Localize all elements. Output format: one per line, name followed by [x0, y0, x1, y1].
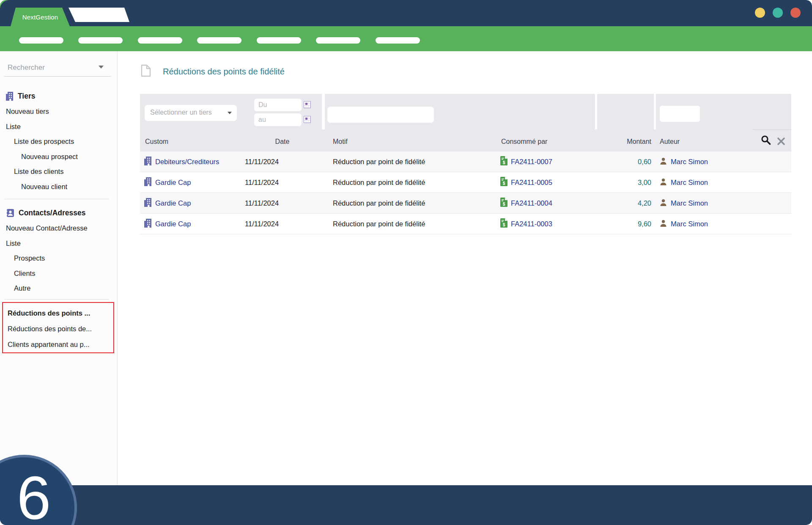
sidebar-item[interactable]: Autre: [0, 281, 118, 296]
row-motif: Réduction par point de fidélité: [333, 220, 425, 228]
sidebar-item[interactable]: Clients appartenant au p...: [3, 337, 113, 352]
brand-tab[interactable]: NextGestion: [11, 8, 70, 26]
author-name[interactable]: Marc Simon: [671, 158, 708, 166]
title-bar: NextGestion: [0, 0, 812, 26]
author-name[interactable]: Marc Simon: [671, 199, 708, 207]
table-row: Gardie Cap11/11/2024Réduction par point …: [140, 214, 791, 234]
building-icon: [6, 92, 13, 101]
calendar-icon[interactable]: [304, 101, 311, 108]
sidebar-heading-tiers[interactable]: Tiers: [0, 88, 118, 104]
tiers-select[interactable]: Sélectionner un tiers: [145, 105, 237, 121]
table-header: Custom Date Motif Consommé par Montant A…: [140, 129, 791, 151]
row-motif: Réduction par point de fidélité: [333, 158, 425, 166]
clear-filter-icon[interactable]: [777, 137, 785, 146]
invoice-icon: $: [500, 198, 508, 209]
calendar-icon[interactable]: [304, 116, 311, 123]
user-icon: [660, 199, 667, 208]
tiers-link[interactable]: Gardie Cap: [155, 199, 191, 207]
sidebar-item[interactable]: Nouveau prospect: [0, 149, 118, 165]
sidebar-item[interactable]: Clients: [0, 266, 118, 281]
user-icon: [660, 178, 667, 187]
filter-separator: [595, 94, 597, 129]
tiers-link[interactable]: Gardie Cap: [155, 220, 191, 228]
filter-separator: [322, 94, 325, 129]
brand-label: NextGestion: [22, 14, 58, 21]
main-content: Réductions des points de fidélité Sélect…: [118, 51, 812, 485]
footer-bar: [0, 485, 812, 525]
nav-pill[interactable]: [138, 37, 182, 44]
sidebar-item[interactable]: Réductions des points ...: [3, 305, 113, 321]
sidebar-item[interactable]: Nouveau client: [0, 179, 118, 195]
sidebar-section: Contacts/AdressesNouveau Contact/Adresse…: [0, 205, 118, 296]
author-name[interactable]: Marc Simon: [671, 220, 708, 228]
column-header-custom[interactable]: Custom: [140, 129, 241, 151]
window-dot-red[interactable]: [790, 8, 801, 18]
table-row: Gardie Cap11/11/2024Réduction par point …: [140, 172, 791, 193]
filter-separator: [654, 94, 656, 129]
nav-pill[interactable]: [19, 37, 63, 44]
page-title: Réductions des points de fidélité: [163, 67, 285, 77]
invoice-link[interactable]: FA2411-0005: [511, 179, 552, 187]
app-window: NextGestion Rechercher TiersNouveau tier…: [0, 0, 812, 525]
window-dot-yellow[interactable]: [755, 8, 765, 18]
date-from-field[interactable]: [254, 99, 302, 111]
auteur-filter-field[interactable]: [660, 106, 700, 122]
sidebar-heading-contacts-adresses[interactable]: Contacts/Adresses: [0, 205, 118, 221]
date-to-field[interactable]: [254, 113, 302, 126]
nav-pill[interactable]: [197, 37, 241, 44]
window-dot-teal[interactable]: [773, 8, 783, 18]
sidebar-item[interactable]: Liste: [0, 119, 118, 135]
contact-card-icon: [6, 209, 14, 217]
nav-pill[interactable]: [376, 37, 420, 44]
column-header-date[interactable]: Date: [241, 129, 324, 151]
svg-text:$: $: [503, 160, 505, 165]
column-header-motif[interactable]: Motif: [324, 129, 497, 151]
invoice-link[interactable]: FA2411-0003: [511, 220, 552, 228]
author-name[interactable]: Marc Simon: [671, 179, 708, 187]
chevron-down-icon: [99, 66, 104, 69]
motif-filter-field[interactable]: [327, 107, 434, 123]
sidebar-divider: [4, 199, 109, 199]
search-icon[interactable]: [760, 135, 771, 146]
tiers-select-placeholder: Sélectionner un tiers: [150, 109, 212, 116]
nav-pill[interactable]: [257, 37, 301, 44]
tiers-link[interactable]: Gardie Cap: [155, 179, 191, 187]
nav-pill[interactable]: [78, 37, 123, 44]
sidebar-item[interactable]: Réductions des points de...: [3, 321, 113, 337]
step-number: 6: [17, 467, 51, 525]
table-row: Debiteurs/Crediteurs11/11/2024Réduction …: [140, 151, 791, 172]
row-amount: 0,60: [638, 158, 651, 166]
sidebar-heading-label: Contacts/Adresses: [19, 209, 86, 217]
sidebar-item[interactable]: Prospects: [0, 251, 118, 266]
row-motif: Réduction par point de fidélité: [333, 179, 425, 187]
search-input[interactable]: Rechercher: [4, 60, 111, 77]
building-icon: [144, 198, 151, 209]
row-date: 11/11/2024: [245, 179, 279, 187]
svg-text:$: $: [503, 202, 505, 206]
window-controls: [755, 8, 801, 18]
tiers-link[interactable]: Debiteurs/Crediteurs: [155, 158, 219, 166]
sidebar-item[interactable]: Liste des prospects: [0, 134, 118, 149]
sidebar-item[interactable]: Liste: [0, 236, 118, 251]
row-amount: 9,60: [638, 220, 651, 228]
sidebar-heading-label: Tiers: [18, 92, 36, 101]
sidebar-item[interactable]: Liste des clients: [0, 164, 118, 179]
building-icon: [144, 157, 151, 167]
column-header-auteur[interactable]: Auteur: [655, 129, 753, 151]
building-icon: [144, 177, 151, 188]
column-header-montant[interactable]: Montant: [596, 129, 655, 151]
invoice-icon: $: [500, 156, 508, 167]
column-header-consomme-par[interactable]: Consommé par: [497, 129, 596, 151]
invoice-link[interactable]: FA2411-0004: [511, 199, 552, 207]
blank-tab[interactable]: [69, 8, 129, 22]
user-icon: [660, 157, 667, 166]
sidebar-item[interactable]: Nouveau tiers: [0, 104, 118, 119]
invoice-link[interactable]: FA2411-0007: [511, 158, 552, 166]
document-icon: [141, 64, 151, 79]
table-actions: [753, 129, 791, 151]
invoice-icon: $: [500, 218, 508, 229]
sidebar-item[interactable]: Nouveau Contact/Adresse: [0, 221, 118, 236]
row-date: 11/11/2024: [245, 220, 279, 228]
search-placeholder: Rechercher: [8, 63, 45, 72]
nav-pill[interactable]: [316, 37, 360, 44]
